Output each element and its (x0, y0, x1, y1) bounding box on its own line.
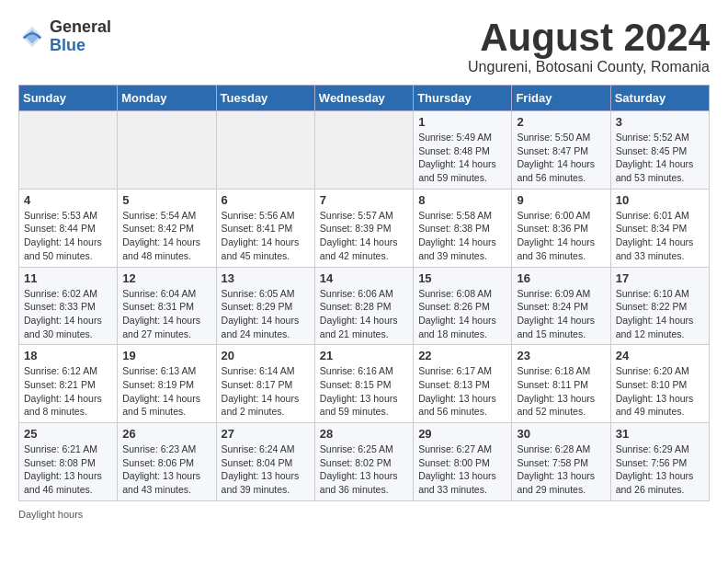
day-number: 10 (616, 193, 704, 207)
header-tuesday: Tuesday (216, 86, 314, 111)
day-info: Sunrise: 6:04 AM Sunset: 8:31 PM Dayligh… (122, 287, 210, 341)
month-year-title: August 2024 (468, 18, 710, 57)
logo: General Blue (18, 18, 111, 55)
day-number: 19 (122, 349, 210, 362)
calendar-cell: 16Sunrise: 6:09 AM Sunset: 8:24 PM Dayli… (512, 267, 610, 345)
day-info: Sunrise: 6:23 AM Sunset: 8:06 PM Dayligh… (122, 442, 210, 497)
calendar-cell: 27Sunrise: 6:24 AM Sunset: 8:04 PM Dayli… (216, 423, 314, 501)
calendar-cell: 18Sunrise: 6:12 AM Sunset: 8:21 PM Dayli… (19, 345, 118, 423)
day-info: Sunrise: 6:06 AM Sunset: 8:28 PM Dayligh… (320, 287, 408, 341)
calendar-week-3: 11Sunrise: 6:02 AM Sunset: 8:33 PM Dayli… (19, 267, 710, 345)
day-info: Sunrise: 6:09 AM Sunset: 8:24 PM Dayligh… (517, 287, 605, 341)
day-info: Sunrise: 6:28 AM Sunset: 7:58 PM Dayligh… (517, 442, 605, 497)
calendar-cell: 2Sunrise: 5:50 AM Sunset: 8:47 PM Daylig… (512, 111, 610, 190)
day-info: Sunrise: 5:57 AM Sunset: 8:39 PM Dayligh… (320, 209, 408, 263)
day-number: 24 (616, 349, 704, 362)
day-info: Sunrise: 5:49 AM Sunset: 8:48 PM Dayligh… (418, 131, 506, 185)
calendar-cell: 7Sunrise: 5:57 AM Sunset: 8:39 PM Daylig… (314, 189, 413, 267)
day-number: 18 (24, 349, 112, 362)
day-number: 5 (122, 193, 210, 207)
day-number: 25 (24, 427, 112, 441)
logo-icon (18, 23, 46, 51)
logo-text: General Blue (50, 18, 111, 55)
calendar-cell: 11Sunrise: 6:02 AM Sunset: 8:33 PM Dayli… (19, 267, 118, 345)
day-number: 26 (122, 427, 210, 441)
footer-note: Daylight hours (18, 509, 710, 520)
header-wednesday: Wednesday (314, 86, 413, 111)
day-info: Sunrise: 6:00 AM Sunset: 8:36 PM Dayligh… (517, 209, 605, 263)
calendar-cell: 20Sunrise: 6:14 AM Sunset: 8:17 PM Dayli… (216, 345, 314, 423)
calendar-cell: 25Sunrise: 6:21 AM Sunset: 8:08 PM Dayli… (19, 423, 118, 501)
calendar-cell (314, 111, 413, 190)
calendar-cell: 13Sunrise: 6:05 AM Sunset: 8:29 PM Dayli… (216, 267, 314, 345)
title-block: August 2024 Ungureni, Botosani County, R… (468, 18, 710, 75)
calendar-cell: 4Sunrise: 5:53 AM Sunset: 8:44 PM Daylig… (19, 189, 118, 267)
page-header: General Blue August 2024 Ungureni, Botos… (18, 18, 710, 75)
day-info: Sunrise: 6:02 AM Sunset: 8:33 PM Dayligh… (24, 287, 112, 341)
day-info: Sunrise: 5:56 AM Sunset: 8:41 PM Dayligh… (222, 209, 310, 263)
logo-blue: Blue (50, 37, 111, 55)
calendar-week-1: 1Sunrise: 5:49 AM Sunset: 8:48 PM Daylig… (19, 111, 710, 190)
calendar-cell: 29Sunrise: 6:27 AM Sunset: 8:00 PM Dayli… (414, 423, 512, 501)
logo-general: General (50, 18, 111, 37)
header-row: SundayMondayTuesdayWednesdayThursdayFrid… (19, 86, 710, 111)
calendar-week-4: 18Sunrise: 6:12 AM Sunset: 8:21 PM Dayli… (19, 345, 710, 423)
calendar-cell (118, 111, 216, 190)
day-number: 15 (418, 271, 506, 285)
day-number: 7 (320, 193, 408, 207)
calendar-cell: 28Sunrise: 6:25 AM Sunset: 8:02 PM Dayli… (314, 423, 413, 501)
day-info: Sunrise: 6:24 AM Sunset: 8:04 PM Dayligh… (222, 442, 310, 497)
day-info: Sunrise: 6:13 AM Sunset: 8:19 PM Dayligh… (122, 364, 210, 419)
day-number: 27 (222, 427, 310, 441)
day-number: 1 (418, 115, 506, 129)
header-sunday: Sunday (19, 86, 118, 111)
day-info: Sunrise: 6:10 AM Sunset: 8:22 PM Dayligh… (616, 287, 704, 341)
day-number: 30 (517, 427, 605, 441)
day-number: 3 (616, 115, 704, 129)
calendar-week-2: 4Sunrise: 5:53 AM Sunset: 8:44 PM Daylig… (19, 189, 710, 267)
header-monday: Monday (118, 86, 216, 111)
day-number: 12 (122, 271, 210, 285)
day-number: 2 (517, 115, 605, 129)
calendar-cell: 30Sunrise: 6:28 AM Sunset: 7:58 PM Dayli… (512, 423, 610, 501)
day-number: 16 (517, 271, 605, 285)
calendar-header: SundayMondayTuesdayWednesdayThursdayFrid… (19, 86, 710, 111)
day-info: Sunrise: 5:53 AM Sunset: 8:44 PM Dayligh… (24, 209, 112, 263)
day-number: 13 (222, 271, 310, 285)
calendar-cell: 1Sunrise: 5:49 AM Sunset: 8:48 PM Daylig… (414, 111, 512, 190)
day-number: 31 (616, 427, 704, 441)
calendar-table: SundayMondayTuesdayWednesdayThursdayFrid… (18, 85, 710, 501)
calendar-body: 1Sunrise: 5:49 AM Sunset: 8:48 PM Daylig… (19, 111, 710, 501)
calendar-cell (216, 111, 314, 190)
day-info: Sunrise: 6:08 AM Sunset: 8:26 PM Dayligh… (418, 287, 506, 341)
location-subtitle: Ungureni, Botosani County, Romania (468, 59, 710, 75)
day-info: Sunrise: 6:18 AM Sunset: 8:11 PM Dayligh… (517, 364, 605, 419)
day-number: 28 (320, 427, 408, 441)
day-info: Sunrise: 6:05 AM Sunset: 8:29 PM Dayligh… (222, 287, 310, 341)
day-info: Sunrise: 6:21 AM Sunset: 8:08 PM Dayligh… (24, 442, 112, 497)
calendar-cell: 26Sunrise: 6:23 AM Sunset: 8:06 PM Dayli… (118, 423, 216, 501)
day-info: Sunrise: 6:25 AM Sunset: 8:02 PM Dayligh… (320, 442, 408, 497)
header-saturday: Saturday (610, 86, 709, 111)
day-info: Sunrise: 6:29 AM Sunset: 7:56 PM Dayligh… (616, 442, 704, 497)
calendar-cell: 5Sunrise: 5:54 AM Sunset: 8:42 PM Daylig… (118, 189, 216, 267)
day-number: 11 (24, 271, 112, 285)
calendar-cell: 3Sunrise: 5:52 AM Sunset: 8:45 PM Daylig… (610, 111, 709, 190)
day-info: Sunrise: 6:14 AM Sunset: 8:17 PM Dayligh… (222, 364, 310, 419)
day-info: Sunrise: 6:01 AM Sunset: 8:34 PM Dayligh… (616, 209, 704, 263)
day-info: Sunrise: 6:16 AM Sunset: 8:15 PM Dayligh… (320, 364, 408, 419)
calendar-cell: 15Sunrise: 6:08 AM Sunset: 8:26 PM Dayli… (414, 267, 512, 345)
day-info: Sunrise: 5:58 AM Sunset: 8:38 PM Dayligh… (418, 209, 506, 263)
day-number: 22 (418, 349, 506, 362)
calendar-cell: 9Sunrise: 6:00 AM Sunset: 8:36 PM Daylig… (512, 189, 610, 267)
day-number: 6 (222, 193, 310, 207)
calendar-cell: 6Sunrise: 5:56 AM Sunset: 8:41 PM Daylig… (216, 189, 314, 267)
day-number: 20 (222, 349, 310, 362)
header-thursday: Thursday (414, 86, 512, 111)
calendar-cell: 12Sunrise: 6:04 AM Sunset: 8:31 PM Dayli… (118, 267, 216, 345)
header-friday: Friday (512, 86, 610, 111)
calendar-cell: 31Sunrise: 6:29 AM Sunset: 7:56 PM Dayli… (610, 423, 709, 501)
day-info: Sunrise: 5:54 AM Sunset: 8:42 PM Dayligh… (122, 209, 210, 263)
calendar-week-5: 25Sunrise: 6:21 AM Sunset: 8:08 PM Dayli… (19, 423, 710, 501)
day-info: Sunrise: 6:12 AM Sunset: 8:21 PM Dayligh… (24, 364, 112, 419)
